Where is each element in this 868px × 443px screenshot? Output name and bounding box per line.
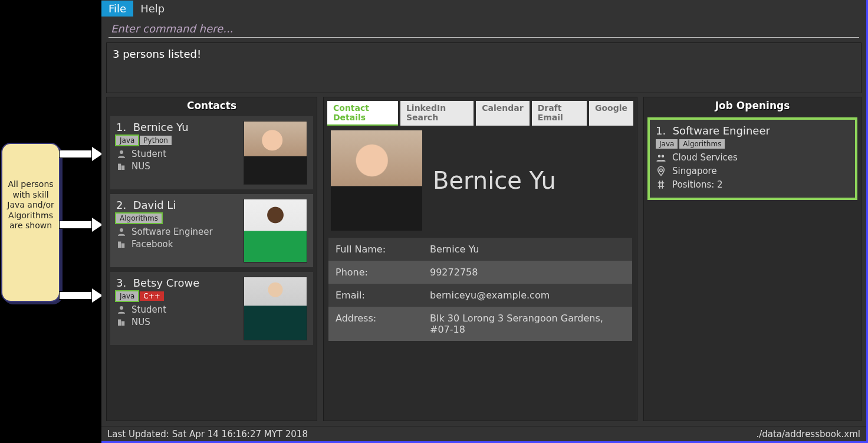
tab-linkedin-search[interactable]: LinkedIn Search [400,101,474,126]
skill-tag: Java [656,139,678,149]
hash-icon [656,179,666,190]
svg-point-11 [660,169,663,172]
contacts-panel: Contacts 1. Bernice Yu Java Python Stude… [106,97,317,421]
contact-card[interactable]: 1. Bernice Yu Java Python Student NUS [110,116,313,189]
tab-bar: Contact Details LinkedIn Search Calendar… [324,97,637,126]
svg-point-3 [120,228,123,232]
menu-file[interactable]: File [101,1,133,17]
svg-rect-4 [118,242,121,248]
contact-card[interactable]: 2. David Li Algorithms Software Engineer… [110,194,313,267]
annotation-arrow [59,149,103,159]
detail-table: Full Name: Bernice Yu Phone: 99272758 Em… [328,238,632,341]
contact-org: NUS [131,317,150,327]
detail-value: Blk 30 Lorong 3 Serangoon Gardens, #07-1… [423,307,632,341]
building-icon [116,239,127,250]
contact-name: Betsy Crowe [133,277,200,289]
contacts-title: Contacts [107,97,317,114]
building-icon [116,317,127,327]
detail-row: Full Name: Bernice Yu [328,238,632,261]
svg-point-9 [658,155,661,158]
svg-rect-5 [121,244,124,248]
contact-name: David Li [133,199,176,211]
annotation-text: All persons with skill Java and/or Algor… [7,179,54,230]
detail-label: Full Name: [328,238,423,261]
contact-org: Facebook [131,239,173,250]
skill-tag: Algorithms [679,139,725,149]
status-filepath: ./data/addressbook.xml [756,429,860,439]
job-location: Singapore [672,166,717,176]
contact-photo [244,199,307,262]
detail-label: Phone: [328,261,423,284]
svg-rect-2 [121,166,124,170]
tab-calendar[interactable]: Calendar [476,101,529,126]
detail-row: Address: Blk 30 Lorong 3 Serangoon Garde… [328,307,632,341]
details-panel: Contact Details LinkedIn Search Calendar… [323,97,637,421]
result-text: 3 persons listed! [113,48,201,60]
svg-rect-8 [121,321,124,326]
skill-tag: Java [116,136,138,145]
status-last-updated: Last Updated: Sat Apr 14 16:16:27 MYT 20… [107,429,308,439]
contact-org: NUS [131,161,150,172]
annotation-arrow [59,219,103,230]
tab-draft-email[interactable]: Draft Email [532,101,587,126]
annotation-callout: All persons with skill Java and/or Algor… [1,143,60,302]
person-icon [116,149,127,159]
skill-tag: Algorithms [116,214,162,223]
group-icon [656,152,666,163]
command-input[interactable]: Enter command here... [108,20,859,38]
location-icon [656,166,666,176]
svg-point-0 [120,150,123,154]
contact-photo [244,121,307,185]
contact-photo [244,277,307,340]
contact-role: Software Engineer [131,227,213,237]
status-bar: Last Updated: Sat Apr 14 16:16:27 MYT 20… [101,426,866,441]
svg-point-10 [662,155,665,158]
app-window: File Help Enter command here... 3 person… [101,0,868,443]
job-positions: Positions: 2 [672,179,723,190]
menubar: File Help [101,0,866,17]
menu-help[interactable]: Help [133,1,172,17]
contact-name: Bernice Yu [133,121,189,133]
detail-name: Bernice Yu [433,167,556,194]
job-company: Cloud Services [672,152,738,163]
person-icon [116,304,127,315]
detail-value: 99272758 [423,261,632,284]
building-icon [116,161,127,172]
job-title: Software Engineer [673,124,770,137]
jobs-panel: Job Openings 1. Software Engineer Java A… [643,97,862,421]
skill-tag: C++ [140,291,164,301]
svg-rect-7 [118,320,121,326]
svg-point-6 [120,306,123,310]
contact-role: Student [131,149,166,159]
detail-label: Address: [328,307,423,341]
detail-photo [331,130,422,231]
job-card[interactable]: 1. Software Engineer Java Algorithms Clo… [647,117,857,200]
detail-row: Email: berniceyu@example.com [328,284,632,307]
person-icon [116,227,127,237]
skill-tag: Python [140,136,172,145]
svg-rect-1 [118,164,121,170]
detail-value: Bernice Yu [423,238,632,261]
tab-contact-details[interactable]: Contact Details [327,101,398,126]
contact-index: 1. [116,121,126,133]
detail-label: Email: [328,284,423,307]
contact-card[interactable]: 3. Betsy Crowe Java C++ Student NUS [110,272,313,345]
skill-tag: Java [116,291,138,301]
contact-index: 3. [116,277,126,289]
annotation-arrow [59,290,103,301]
tab-google[interactable]: Google [589,101,633,126]
detail-row: Phone: 99272758 [328,261,632,284]
job-index: 1. [656,124,666,137]
result-output: 3 persons listed! [106,42,862,93]
contact-index: 2. [116,199,126,211]
jobs-title: Job Openings [644,97,861,114]
contact-role: Student [131,304,166,315]
detail-value: berniceyu@example.com [423,284,632,307]
